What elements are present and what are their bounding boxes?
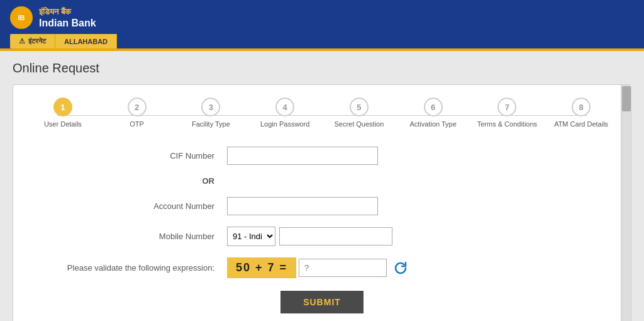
step-7[interactable]: 7 Terms & Conditions <box>470 98 545 128</box>
page-header: IB इंडियन बैंक Indian Bank ⚠ इंटरनेट ALL… <box>0 0 644 48</box>
cif-label: CIF Number <box>32 151 227 160</box>
step-2[interactable]: 2 OTP <box>100 98 174 128</box>
step-label-1: User Details <box>44 120 82 128</box>
step-label-4: Login Password <box>260 120 309 128</box>
submit-row: SUBMIT <box>32 291 612 313</box>
bank-name-hindi: इंडियन बैंक <box>39 7 96 17</box>
step-circle-3: 3 <box>201 98 220 116</box>
step-label-6: Activation Type <box>409 120 456 128</box>
step-label-8: ATM Card Details <box>554 120 608 128</box>
page-title: Online Request <box>13 61 631 76</box>
step-3[interactable]: 3 Facility Type <box>174 98 248 128</box>
step-circle-5: 5 <box>350 98 369 116</box>
mobile-row: Mobile Number 91 - Indi <box>32 227 612 246</box>
nav-warning-label: इंटरनेट <box>28 37 46 45</box>
refresh-icon <box>392 259 409 277</box>
stepper: 1 User Details 2 OTP 3 Facility Type 4 L… <box>26 98 618 128</box>
bank-name-english: Indian Bank <box>39 18 96 29</box>
captcha-answer-input[interactable] <box>299 259 387 277</box>
refresh-captcha-button[interactable] <box>392 259 409 277</box>
submit-button[interactable]: SUBMIT <box>280 291 364 313</box>
header-nav: ⚠ इंटरनेट ALLAHABAD <box>10 34 634 48</box>
step-6[interactable]: 6 Activation Type <box>396 98 470 128</box>
warning-icon: ⚠ <box>19 37 25 45</box>
step-5[interactable]: 5 Secret Question <box>322 98 396 128</box>
step-circle-4: 4 <box>275 98 294 116</box>
step-4[interactable]: 4 Login Password <box>248 98 322 128</box>
step-circle-8: 8 <box>572 98 591 116</box>
nav-item-branch[interactable]: ALLAHABAD <box>55 34 117 48</box>
country-code-select[interactable]: 91 - Indi <box>227 227 275 246</box>
or-row: OR <box>32 176 612 186</box>
scrollbar-thumb <box>622 86 631 111</box>
mobile-label: Mobile Number <box>32 232 227 241</box>
step-8[interactable]: 8 ATM Card Details <box>544 98 618 128</box>
account-input[interactable] <box>227 197 378 215</box>
account-row: Account Number <box>32 197 612 215</box>
form-fields: CIF Number OR Account Number Mobile Numb… <box>26 147 618 313</box>
or-label: OR <box>32 176 227 186</box>
step-circle-7: 7 <box>497 98 516 116</box>
step-circle-2: 2 <box>128 98 147 116</box>
cif-row: CIF Number <box>32 147 612 165</box>
main-content: Online Request 1 User Details 2 OTP 3 Fa… <box>0 51 644 321</box>
step-circle-1: 1 <box>53 98 72 116</box>
scrollbar[interactable] <box>621 85 631 321</box>
step-circle-6: 6 <box>424 98 443 116</box>
account-label: Account Number <box>32 201 227 211</box>
captcha-label: Please validate the following expression… <box>32 263 227 273</box>
header-top: IB इंडियन बैंक Indian Bank <box>10 6 634 34</box>
step-label-2: OTP <box>130 120 144 128</box>
mobile-input[interactable] <box>279 227 392 245</box>
mobile-inputs-group: 91 - Indi <box>227 227 392 246</box>
bank-logo: IB <box>10 6 33 29</box>
captcha-expression: 50 + 7 = <box>227 257 296 278</box>
step-label-7: Terms & Conditions <box>477 120 537 128</box>
step-1[interactable]: 1 User Details <box>26 98 100 128</box>
form-container: 1 User Details 2 OTP 3 Facility Type 4 L… <box>13 84 631 321</box>
captcha-row: Please validate the following expression… <box>32 257 612 278</box>
nav-branch-label: ALLAHABAD <box>64 38 108 45</box>
step-label-3: Facility Type <box>192 120 230 128</box>
step-label-5: Secret Question <box>334 120 384 128</box>
svg-text:IB: IB <box>18 14 25 21</box>
cif-input[interactable] <box>227 147 378 165</box>
nav-item-warning[interactable]: ⚠ इंटरनेट <box>10 34 55 48</box>
